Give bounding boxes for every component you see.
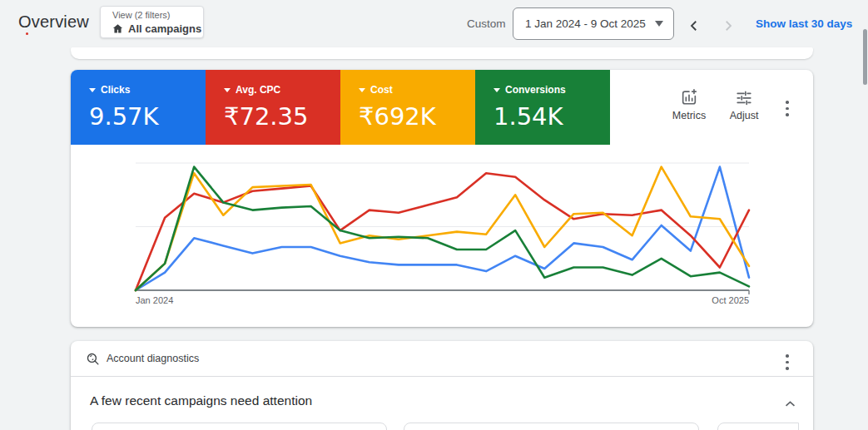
x-axis-end-label: Oct 2025 [712,295,749,305]
date-range-value: 1 Jan 2024 - 9 Oct 2025 [525,17,646,30]
chart-line-cost [136,167,749,290]
date-next-button[interactable] [718,16,738,36]
diagnostics-header-row: Account diagnostics [71,341,813,377]
page-scrollbar [862,0,868,430]
diagnostics-more-options-button[interactable] [782,351,792,373]
show-last-30-days-link[interactable]: Show last 30 days [756,17,852,30]
campaign-attention-card[interactable] [717,423,799,430]
attention-heading: A few recent campaigns need attention [90,393,312,408]
chevron-up-icon [783,397,797,411]
date-mode-label: Custom [467,17,506,30]
campaign-attention-card[interactable] [404,423,699,430]
collapse-section-button[interactable] [780,393,800,413]
chevron-down-icon [655,21,663,27]
notification-dot [26,32,28,35]
chevron-left-icon [687,18,702,33]
campaign-attention-card[interactable] [92,423,387,430]
overview-chart: Jan 2024 Oct 2025 [71,70,813,327]
date-prev-button[interactable] [684,16,704,36]
previous-card-bottom-strip [71,47,813,59]
chevron-right-icon [721,18,736,33]
diagnostics-title: Account diagnostics [107,353,199,364]
view-filter-button[interactable]: View (2 filters) All campaigns [100,6,204,38]
view-filter-value: All campaigns [128,22,201,35]
page-title: Overview [18,12,89,32]
chart-line-clicks [136,167,749,290]
scrollbar-thumb[interactable] [863,29,867,85]
chart-line-conversions [136,167,749,290]
account-diagnostics-card: Account diagnostics A few recent campaig… [71,341,813,430]
home-icon [112,22,124,35]
view-filter-label: View (2 filters) [112,10,170,20]
diagnostics-icon [86,352,100,366]
date-range-selector[interactable]: 1 Jan 2024 - 9 Oct 2025 [513,7,674,40]
x-axis-start-label: Jan 2024 [136,295,173,305]
performance-card: Clicks 9.57K Avg. CPC ₹72.35 Cost ₹692K … [71,70,813,327]
